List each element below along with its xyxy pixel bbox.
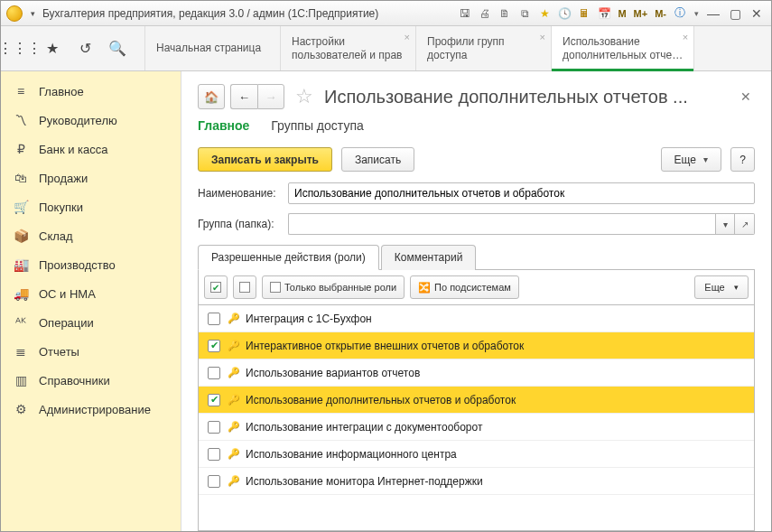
sidebar-label: Продажи	[39, 172, 88, 185]
role-row[interactable]: 🔑Использование монитора Интернет-поддерж…	[199, 468, 754, 495]
sidebar-icon: 〽	[14, 113, 28, 127]
help-button[interactable]: ?	[730, 147, 755, 172]
history-tool-icon[interactable]: ↺	[77, 41, 93, 57]
calculator-icon[interactable]: 🖩	[576, 5, 592, 22]
role-label: Интеграция с 1С-Бухфон	[246, 313, 372, 325]
group-open-button[interactable]: ↗	[735, 213, 755, 235]
sidebar-item-3[interactable]: 🛍Продажи	[1, 163, 181, 192]
subtab-main[interactable]: Главное	[198, 118, 249, 135]
name-input[interactable]	[288, 182, 755, 204]
sidebar-label: Справочники	[39, 374, 110, 387]
memory-m-button[interactable]: M	[616, 5, 628, 22]
role-row[interactable]: ✔🔑Интерактивное открытие внешних отчетов…	[199, 332, 754, 359]
roles-list[interactable]: 🔑Интеграция с 1С-Бухфон✔🔑Интерактивное о…	[198, 305, 755, 531]
memory-mplus-button[interactable]: M+	[632, 5, 650, 22]
document-icon[interactable]: 🗎	[497, 5, 513, 22]
role-row[interactable]: 🔑Использование информационного центра	[199, 441, 754, 468]
save-and-close-button[interactable]: Записать и закрыть	[198, 147, 332, 172]
role-label: Использование интеграции с документообор…	[246, 421, 482, 434]
role-checkbox[interactable]	[208, 313, 220, 325]
sidebar-item-8[interactable]: ᴬᴷОперации	[1, 308, 181, 337]
back-button[interactable]: ←	[230, 84, 257, 109]
name-row: Наименование:	[198, 182, 755, 204]
roles-more-button[interactable]: Еще▾	[694, 275, 749, 299]
compare-icon[interactable]: ⧉	[516, 5, 533, 22]
save-button[interactable]: Записать	[341, 147, 414, 172]
sidebar-icon: 🚚	[14, 286, 28, 301]
group-input[interactable]	[288, 213, 715, 235]
role-label: Использование вариантов отчетов	[246, 367, 420, 379]
inner-tab-roles[interactable]: Разрешенные действия (роли)	[198, 245, 379, 270]
sidebar-label: Руководителю	[39, 114, 117, 127]
info-dropdown[interactable]: ▾	[692, 5, 701, 22]
close-button[interactable]: ✕	[748, 5, 766, 22]
key-icon: 🔑	[228, 421, 238, 433]
search-icon[interactable]: 🔍	[109, 41, 126, 57]
sidebar-item-4[interactable]: 🛒Покупки	[1, 192, 181, 221]
sidebar-item-11[interactable]: ⚙Администрирование	[1, 395, 181, 424]
minimize-button[interactable]: —	[704, 5, 722, 22]
sidebar-item-7[interactable]: 🚚ОС и НМА	[1, 279, 181, 308]
content-header: 🏠 ← → ☆ Использование дополнительных отч…	[198, 84, 755, 109]
sidebar-item-10[interactable]: ▥Справочники	[1, 366, 181, 395]
role-row[interactable]: 🔑Использование интеграции с документообо…	[199, 414, 754, 441]
inner-tab-comment[interactable]: Комментарий	[381, 245, 477, 270]
print-icon[interactable]: 🖨	[477, 5, 493, 22]
key-icon: 🔑	[228, 313, 238, 324]
info-icon[interactable]: ⓘ	[672, 5, 688, 22]
page-close-icon[interactable]: ✕	[737, 86, 755, 107]
sidebar-item-9[interactable]: ≣Отчеты	[1, 337, 181, 366]
favorites-icon[interactable]: ★	[536, 5, 553, 22]
home-button[interactable]: 🏠	[198, 84, 225, 109]
role-row[interactable]: ✔🔑Использование дополнительных отчетов и…	[199, 387, 754, 414]
role-checkbox[interactable]	[208, 475, 220, 488]
sidebar-item-5[interactable]: 📦Склад	[1, 221, 181, 250]
titlebar-menu-dropdown[interactable]: ▾	[26, 7, 39, 20]
more-button[interactable]: Еще	[661, 147, 721, 172]
role-checkbox[interactable]	[208, 421, 220, 434]
toolbar: ⋮⋮⋮ ★ ↺ 🔍 Начальная страницаНастройкипол…	[1, 26, 771, 71]
memory-mminus-button[interactable]: M-	[653, 5, 668, 22]
history-icon[interactable]: 🕓	[556, 5, 572, 22]
maximize-button[interactable]: ▢	[726, 5, 744, 22]
sidebar-icon: ₽	[14, 142, 28, 156]
action-row: Записать и закрыть Записать Еще ?	[198, 147, 755, 172]
roles-toolbar: ✔ Только выбранные роли 🔀По подсистемам …	[198, 270, 755, 305]
favorite-star-icon[interactable]: ☆	[295, 85, 313, 108]
check-all-button[interactable]: ✔	[204, 275, 228, 299]
sidebar-item-0[interactable]: ≡Главное	[1, 77, 181, 106]
tab-close-icon[interactable]: ×	[405, 32, 410, 44]
calendar-icon[interactable]: 📅	[596, 5, 612, 22]
role-checkbox[interactable]	[208, 367, 220, 379]
forward-button[interactable]: →	[257, 84, 284, 109]
role-checkbox[interactable]: ✔	[208, 340, 220, 352]
apps-icon[interactable]: ⋮⋮⋮	[12, 41, 28, 57]
role-row[interactable]: 🔑Интеграция с 1С-Бухфон	[199, 305, 754, 332]
main-tab-3[interactable]: Использованиедополнительных отче…×	[552, 26, 694, 70]
sidebar-label: Операции	[39, 316, 94, 330]
main-tab-1[interactable]: Настройкипользователей и прав×	[281, 26, 416, 70]
sidebar-item-6[interactable]: 🏭Производство	[1, 250, 181, 279]
sidebar-item-2[interactable]: ₽Банк и касса	[1, 135, 181, 163]
main-tab-0[interactable]: Начальная страница	[145, 26, 281, 70]
sidebar-item-1[interactable]: 〽Руководителю	[1, 106, 181, 135]
uncheck-all-button[interactable]	[233, 275, 256, 299]
key-icon: 🔑	[228, 367, 238, 378]
group-dropdown-button[interactable]: ▾	[715, 213, 735, 235]
save-icon[interactable]: 🖫	[457, 5, 473, 22]
by-subsystems-button[interactable]: 🔀По подсистемам	[410, 275, 519, 299]
titlebar: ▾ Бухгалтерия предприятия, редакция 3.0 …	[1, 1, 771, 26]
tab-close-icon[interactable]: ×	[683, 32, 688, 44]
star-icon[interactable]: ★	[44, 41, 60, 57]
role-checkbox[interactable]: ✔	[208, 394, 220, 406]
role-checkbox[interactable]	[208, 448, 220, 461]
subtab-groups[interactable]: Группы доступа	[271, 118, 363, 135]
main-tab-2[interactable]: Профили группдоступа×	[416, 26, 552, 70]
titlebar-icons: 🖫 🖨 🗎 ⧉ ★ 🕓 🖩 📅 M M+ M- ⓘ ▾ — ▢ ✕	[457, 5, 766, 22]
only-selected-roles-button[interactable]: Только выбранные роли	[262, 275, 405, 299]
role-label: Использование монитора Интернет-поддержк…	[246, 475, 483, 488]
sidebar-label: Отчеты	[39, 345, 79, 359]
sub-tabs: Главное Группы доступа	[198, 118, 755, 135]
tab-close-icon[interactable]: ×	[540, 32, 545, 44]
role-row[interactable]: 🔑Использование вариантов отчетов	[199, 359, 754, 387]
